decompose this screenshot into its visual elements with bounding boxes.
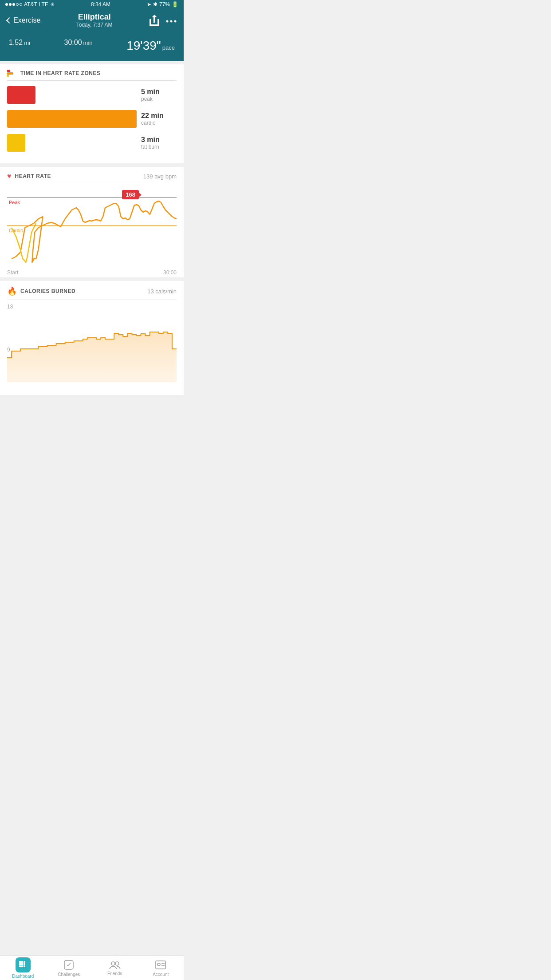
- battery-label: 77%: [159, 1, 170, 8]
- zone-fatburn-time: 3 min: [141, 136, 177, 144]
- cal-title-row: 🔥 CALORIES BURNED: [7, 286, 75, 296]
- zone-cardio-label: cardio: [141, 120, 177, 126]
- zone-fatburn: 3 min fat burn: [7, 134, 177, 152]
- hr-chart: Peak Cardio 168: [7, 188, 177, 268]
- zone-peak-label: peak: [141, 96, 177, 102]
- workout-title: Elliptical: [76, 12, 113, 22]
- stat-duration: 30:00 min: [64, 39, 93, 53]
- header: Exercise Elliptical Today, 7:37 AM: [0, 9, 184, 33]
- cal-graph: [7, 313, 177, 384]
- zone-peak-info: 5 min peak: [141, 88, 177, 102]
- share-icon: [150, 15, 159, 26]
- zone-peak: 5 min peak: [7, 86, 177, 104]
- zone-fatburn-bar: [7, 134, 25, 152]
- battery-icon: 🔋: [172, 1, 178, 8]
- hr-avg: 139 avg bpm: [143, 173, 177, 180]
- chart-end-label: 30:00: [163, 269, 177, 276]
- svg-rect-7: [7, 72, 13, 75]
- duration-value: 30:00: [64, 39, 82, 47]
- svg-rect-8: [7, 75, 9, 77]
- bluetooth-icon: ✱: [153, 1, 157, 8]
- flame-icon: 🔥: [7, 286, 17, 296]
- zone-fatburn-bar-wrapper: [7, 134, 137, 152]
- cal-title: CALORIES BURNED: [20, 288, 75, 294]
- stats-bar: 1.52 mi 30:00 min 19'39" pace: [0, 33, 184, 61]
- more-icon: [166, 20, 177, 23]
- stat-distance: 1.52 mi: [9, 39, 30, 53]
- workout-subtitle: Today, 7:37 AM: [76, 22, 113, 28]
- zones-container: 5 min peak 22 min cardio: [7, 81, 177, 163]
- location-icon: ➤: [147, 1, 151, 8]
- activity-icon: ✳: [50, 1, 55, 8]
- status-left: AT&T LTE ✳: [5, 1, 55, 8]
- zone-peak-bar-wrapper: [7, 86, 137, 104]
- zones-icon: [7, 70, 17, 77]
- zone-fatburn-label: fat burn: [141, 144, 177, 150]
- peak-line: Peak: [7, 198, 177, 206]
- heart-rate-zones-section: TIME IN HEART RATE ZONES 5 min peak: [0, 64, 184, 163]
- svg-rect-6: [7, 70, 10, 72]
- zone-cardio: 22 min cardio: [7, 110, 177, 128]
- cal-axis-labels: 18: [7, 304, 177, 310]
- zone-cardio-bar: [7, 110, 137, 128]
- cal-rate: 13 cals/min: [147, 288, 177, 295]
- zone-peak-bar: [7, 86, 35, 104]
- chart-start-label: Start: [7, 269, 18, 276]
- hr-header: ♥ HEART RATE 139 avg bpm: [7, 167, 177, 184]
- svg-point-4: [170, 20, 173, 23]
- peak-value-tooltip: 168: [122, 190, 139, 199]
- zones-header: TIME IN HEART RATE ZONES: [7, 64, 177, 81]
- calories-section: 🔥 CALORIES BURNED 13 cals/min 18: [0, 281, 184, 395]
- chart-time-labels: Start 30:00: [7, 268, 177, 277]
- status-right: ➤ ✱ 77% 🔋: [147, 1, 178, 8]
- distance-unit: mi: [24, 40, 30, 46]
- heart-rate-section: ♥ HEART RATE 139 avg bpm Peak Cardio 168: [0, 167, 184, 277]
- svg-point-5: [174, 20, 177, 23]
- cal-header: 🔥 CALORIES BURNED 13 cals/min: [7, 281, 177, 300]
- status-bar: AT&T LTE ✳ 8:34 AM ➤ ✱ 77% 🔋: [0, 0, 184, 9]
- cal-max-label: 18: [7, 304, 13, 310]
- carrier-label: AT&T: [24, 1, 37, 8]
- pace-unit: pace: [162, 44, 175, 51]
- stat-pace: 19'39" pace: [126, 39, 175, 53]
- cal-chart: 9: [7, 313, 177, 384]
- hr-chart-container: Peak Cardio 168 Start 30:00: [7, 184, 177, 277]
- heart-icon: ♥: [7, 172, 12, 180]
- svg-point-3: [166, 20, 169, 23]
- share-button[interactable]: [148, 14, 161, 27]
- zones-title-row: TIME IN HEART RATE ZONES: [7, 70, 100, 77]
- more-button[interactable]: [166, 16, 177, 25]
- cardio-line: Cardio: [7, 225, 177, 234]
- zones-title: TIME IN HEART RATE ZONES: [20, 70, 100, 76]
- zone-peak-time: 5 min: [141, 88, 177, 96]
- duration-unit: min: [83, 40, 93, 46]
- cal-mid-label: 9: [7, 347, 10, 353]
- header-actions: [148, 14, 177, 27]
- network-label: LTE: [39, 1, 48, 8]
- svg-rect-2: [150, 24, 159, 26]
- zone-cardio-info: 22 min cardio: [141, 112, 177, 126]
- zone-cardio-time: 22 min: [141, 112, 177, 120]
- back-label: Exercise: [13, 16, 40, 24]
- signal-dots: [5, 3, 22, 6]
- zone-cardio-bar-wrapper: [7, 110, 137, 128]
- time-label: 8:34 AM: [91, 1, 110, 8]
- peak-label: Peak: [7, 200, 20, 205]
- zone-fatburn-info: 3 min fat burn: [141, 136, 177, 150]
- hr-title-row: ♥ HEART RATE: [7, 172, 51, 180]
- cal-chart-wrapper: 18 9: [7, 300, 177, 388]
- distance-value: 1.52: [9, 39, 23, 47]
- chevron-left-icon: [6, 17, 12, 23]
- back-button[interactable]: Exercise: [7, 16, 40, 24]
- hr-title: HEART RATE: [15, 173, 51, 179]
- cardio-label: Cardio: [7, 228, 23, 233]
- pace-value: 19'39": [126, 39, 161, 53]
- header-title: Elliptical Today, 7:37 AM: [76, 12, 113, 28]
